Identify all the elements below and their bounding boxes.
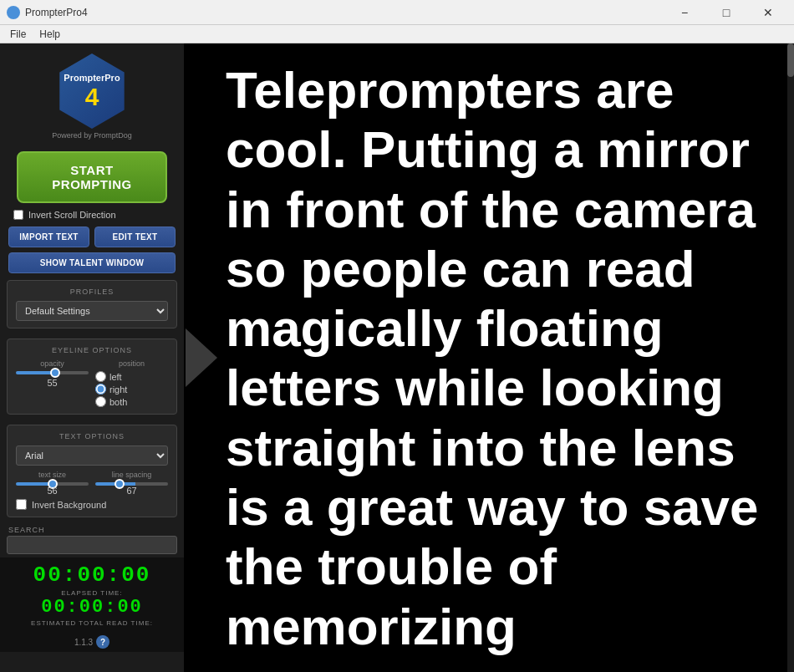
position-right-text: right [109,384,127,395]
minimize-button[interactable]: − [665,0,704,25]
search-label: SEARCH [0,522,184,536]
edit-text-button[interactable]: EDIT TEXT [94,227,176,247]
window-controls: − □ ✕ [665,0,787,25]
line-spacing-label: line spacing [112,471,152,479]
text-size-col: text size 56 [16,471,89,496]
main-timer: 00:00:00 [8,563,176,588]
teleprompter-panel: Teleprompters are cool. Putting a mirror… [184,43,794,672]
timer-section: 00:00:00 ELAPSED TIME: 00:00:00 ESTIMATE… [0,557,184,632]
position-left-text: left [109,372,122,382]
line-spacing-col: line spacing 67 [95,471,168,496]
eyeline-position-col: position left right both [95,359,168,407]
show-talent-window-button[interactable]: SHOW TALENT WINDOW [8,252,176,273]
close-button[interactable]: ✕ [749,0,787,25]
invert-scroll-checkbox[interactable] [13,210,23,220]
profiles-select[interactable]: Default Settings Profile 1 Profile 2 [16,301,168,321]
opacity-slider[interactable] [16,371,89,374]
text-options-section: TEXT OPTIONS Arial Times New Roman Couri… [7,425,177,517]
eyeline-section: EYELINE OPTIONS opacity 55 position left [7,339,177,415]
position-left-label[interactable]: left [95,371,168,382]
logo-area: PrompterPro 4 Powered by PromptDog [0,43,184,148]
app-icon [7,6,20,19]
invert-scroll-label[interactable]: Invert Scroll Direction [28,210,116,220]
position-radio-group: left right both [95,371,168,407]
invert-bg-label[interactable]: Invert Background [32,500,106,510]
action-buttons-row: IMPORT TEXT EDIT TEXT [0,223,184,251]
text-options-title: TEXT OPTIONS [16,432,168,440]
text-size-value: 56 [47,486,57,496]
position-both-label[interactable]: both [95,396,168,407]
menu-file[interactable]: File [3,27,33,42]
text-size-spacing-row: text size 56 line spacing 67 [16,471,168,496]
opacity-value: 55 [47,378,57,388]
scrollbar[interactable] [787,43,794,672]
eyeline-opacity-col: opacity 55 [16,359,89,388]
window-title: PrompterPro4 [25,7,665,18]
menu-bar: File Help [0,25,794,43]
logo-hexagon: PrompterPro 4 [54,53,130,129]
position-label: position [95,359,168,368]
profiles-section: PROFILES Default Settings Profile 1 Prof… [7,280,177,328]
arrow-indicator [184,328,217,387]
maximize-button[interactable]: □ [707,0,746,25]
opacity-label: opacity [16,359,89,368]
position-left-radio[interactable] [95,371,106,382]
scrollbar-thumb[interactable] [787,43,794,77]
elapsed-timer: 00:00:00 [8,597,176,618]
eyeline-title: EYELINE OPTIONS [16,346,168,354]
left-panel: PrompterPro 4 Powered by PromptDog START… [0,43,184,672]
invert-bg-row: Invert Background [16,499,168,510]
line-spacing-value: 67 [126,486,136,496]
logo-subtitle: Powered by PromptDog [52,131,132,140]
logo-container: PrompterPro 4 Powered by PromptDog [52,53,132,140]
position-right-label[interactable]: right [95,384,168,395]
eyeline-row: opacity 55 position left [16,359,168,407]
menu-help[interactable]: Help [33,27,67,42]
start-prompting-button[interactable]: STARTPROMPTING [17,151,167,203]
text-size-label: text size [38,471,66,479]
opacity-slider-container: 55 [16,371,89,388]
invert-bg-checkbox[interactable] [16,499,27,510]
import-text-button[interactable]: IMPORT TEXT [8,227,89,247]
profiles-title: PROFILES [16,288,168,296]
search-input[interactable] [7,536,177,554]
prompter-text: Teleprompters are cool. Putting a mirror… [184,43,794,672]
main-layout: PrompterPro 4 Powered by PromptDog START… [0,43,794,672]
position-both-text: both [109,397,127,407]
estimated-label: ESTIMATED TOTAL READ TIME: [8,619,176,627]
position-right-radio[interactable] [95,384,106,395]
font-select[interactable]: Arial Times New Roman Courier New Georgi… [16,445,168,466]
logo-number: 4 [85,84,99,109]
invert-scroll-row: Invert Scroll Direction [0,206,184,223]
elapsed-label: ELAPSED TIME: [8,589,176,597]
start-btn-label: STARTPROMPTING [52,163,131,191]
search-section: SEARCH [0,522,184,557]
position-both-radio[interactable] [95,396,106,407]
version-text: 1.1.3 [74,638,93,647]
title-bar: PrompterPro4 − □ ✕ [0,0,794,25]
version-bar: 1.1.3 ? [0,632,184,652]
help-icon[interactable]: ? [96,635,109,649]
arrow-shape [186,328,217,387]
